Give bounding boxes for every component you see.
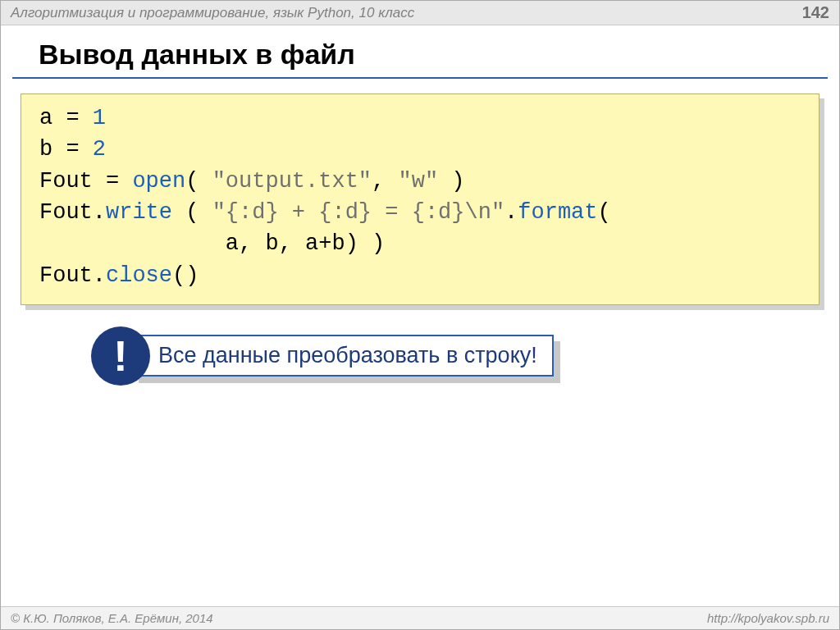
code-text: Fout. <box>39 263 106 288</box>
callout-box-wrap: Все данные преобразовать в строку! <box>132 335 554 377</box>
page-number: 142 <box>802 3 829 22</box>
code-text: ( <box>598 200 611 225</box>
code-func: close <box>106 263 172 288</box>
code-text: a = <box>39 106 93 130</box>
code-number: 2 <box>93 137 106 162</box>
code-func: write <box>106 200 172 225</box>
code-number: 1 <box>93 106 106 130</box>
callout: ! Все данные преобразовать в строку! <box>91 326 839 386</box>
code-box: a = 1 b = 2 Fout = open( "output.txt", "… <box>21 94 819 305</box>
callout-box: Все данные преобразовать в строку! <box>132 335 554 377</box>
callout-text: Все данные преобразовать в строку! <box>158 343 537 368</box>
code-text: . <box>504 200 518 225</box>
code-text: ) <box>438 169 464 194</box>
slide-title: Вывод данных в файл <box>12 25 828 79</box>
slide-footer: © К.Ю. Поляков, Е.А. Ерёмин, 2014 http:/… <box>1 606 839 629</box>
code-string: "w" <box>398 169 438 194</box>
code-string: "{:d} + {:d} = {:d}\n" <box>212 200 504 225</box>
code-text: Fout. <box>39 200 106 225</box>
code-string: "output.txt" <box>212 169 372 194</box>
header-subject: Алгоритмизация и программирование, язык … <box>11 5 414 21</box>
code-text: Fout = <box>39 169 132 194</box>
code-text: a, b, a+b) ) <box>39 231 385 256</box>
code-func: format <box>518 200 597 225</box>
code-func: open <box>132 169 185 194</box>
slide-header: Алгоритмизация и программирование, язык … <box>1 1 839 25</box>
code-text: b = <box>39 137 93 162</box>
code-text: () <box>172 263 199 288</box>
exclamation-icon: ! <box>91 326 150 386</box>
code-text: ( <box>185 169 212 194</box>
code-text: ( <box>172 200 212 225</box>
footer-left: © К.Ю. Поляков, Е.А. Ерёмин, 2014 <box>11 611 213 625</box>
code-text: , <box>372 169 398 194</box>
code-example: a = 1 b = 2 Fout = open( "output.txt", "… <box>21 94 819 305</box>
footer-right: http://kpolyakov.spb.ru <box>707 611 829 625</box>
badge-text: ! <box>113 335 127 377</box>
